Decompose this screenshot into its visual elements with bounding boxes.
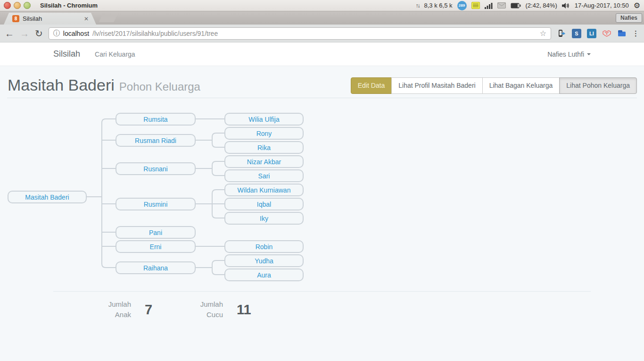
back-button[interactable]: ← xyxy=(5,29,14,38)
page-title: Masitah BaderiPohon Keluarga xyxy=(8,76,200,94)
window-title: Silsilah - Chromium xyxy=(40,2,98,9)
tab-favicon-icon: 8 xyxy=(12,15,19,22)
site-info-icon[interactable]: ⓘ xyxy=(53,29,60,38)
navbar-brand[interactable]: Silsilah xyxy=(53,49,80,59)
mail-indicator-icon[interactable] xyxy=(497,2,506,8)
bookmark-star-icon[interactable]: ☆ xyxy=(540,29,546,38)
tree-node[interactable]: Rumsita xyxy=(116,113,196,126)
url-host: localhost xyxy=(63,30,89,37)
lihat-profil-button[interactable]: Lihat Profil Masitah Baderi xyxy=(391,77,482,94)
stat-label: Anak xyxy=(53,310,131,320)
heading-divider xyxy=(7,98,637,98)
tree-node[interactable]: Pani xyxy=(116,226,196,239)
tree-node[interactable]: Rusmini xyxy=(116,198,196,210)
volume-icon[interactable] xyxy=(562,2,570,9)
browser-toolbar: ← → ↻ ⓘ localhost /lv/riset/2017/silsila… xyxy=(0,25,644,42)
forward-button[interactable]: → xyxy=(20,29,29,38)
session-gear-icon[interactable]: ⚙ xyxy=(634,2,640,9)
tree-node[interactable]: Rika xyxy=(224,141,304,154)
stat-jumlah-cucu: Jumlah Cucu 11 xyxy=(145,299,251,320)
browser-menu-icon[interactable]: ⋮ xyxy=(632,29,639,38)
url-path: /lv/riset/2017/silsilahku/public/users/9… xyxy=(92,30,537,37)
tab-title: Silsilah xyxy=(23,15,81,22)
li-extension-icon[interactable]: LI xyxy=(587,29,596,38)
tree-node[interactable]: Iqbal xyxy=(224,198,304,210)
laravel-extension-icon[interactable] xyxy=(602,29,611,38)
tree-node[interactable]: Sari xyxy=(224,169,304,182)
tree-node[interactable]: Rusman Riadi xyxy=(116,134,196,147)
tree-node[interactable]: Rony xyxy=(224,127,304,140)
stats-divider xyxy=(53,291,591,292)
tree-node[interactable]: Wildan Kurniawan xyxy=(224,184,304,196)
action-button-group: Edit Data Lihat Profil Masitah Baderi Li… xyxy=(351,77,637,94)
window-minimize-button[interactable] xyxy=(14,2,21,9)
tab-close-icon[interactable]: ✕ xyxy=(84,16,89,22)
new-tab-button[interactable] xyxy=(99,15,117,22)
stat-jumlah-anak: Jumlah Anak 7 xyxy=(53,299,152,320)
edit-data-button[interactable]: Edit Data xyxy=(351,77,392,94)
network-rate: 8,3 k 6,5 k xyxy=(424,2,453,9)
lihat-bagan-button[interactable]: Lihat Bagan Keluarga xyxy=(482,77,560,94)
browser-tab[interactable]: 8 Silsilah ✕ xyxy=(4,13,96,25)
indicator-badge-icon[interactable]: 289 xyxy=(457,1,467,10)
tree-node[interactable]: Rusnani xyxy=(116,162,196,175)
address-bar[interactable]: ⓘ localhost /lv/riset/2017/silsilahku/pu… xyxy=(49,27,551,40)
navbar-user-dropdown[interactable]: Nafies Luthfi xyxy=(547,50,591,58)
reload-button[interactable]: ↻ xyxy=(35,29,43,38)
stat-label: Jumlah xyxy=(145,299,223,310)
stat-value-cucu: 11 xyxy=(237,302,251,318)
tree-node[interactable]: Aura xyxy=(224,269,304,281)
person-name: Masitah Baderi xyxy=(8,76,115,94)
window-maximize-button[interactable] xyxy=(24,2,31,9)
s-extension-icon[interactable]: S xyxy=(572,29,581,38)
network-updown-icon: ↑↓ xyxy=(416,2,420,9)
clock[interactable]: 17-Aug-2017, 10:50 xyxy=(575,2,629,9)
tree-node[interactable]: Masitah Baderi xyxy=(8,191,87,203)
tree-node[interactable]: Iky xyxy=(224,212,304,225)
desktop-top-panel: Silsilah - Chromium ↑↓ 8,3 k 6,5 k 289 (… xyxy=(0,0,644,11)
notes-indicator-icon[interactable] xyxy=(471,2,480,9)
battery-icon[interactable] xyxy=(511,3,521,8)
app-navbar: Silsilah Cari Keluarga Nafies Luthfi xyxy=(0,42,644,66)
tree-node[interactable]: Erni xyxy=(116,240,196,253)
battery-status[interactable]: (2:42, 84%) xyxy=(526,2,557,9)
send-to-device-extension-icon[interactable] xyxy=(557,29,566,38)
stat-label: Jumlah xyxy=(53,299,131,310)
navbar-item-cari-keluarga[interactable]: Cari Keluarga xyxy=(95,50,135,58)
chevron-down-icon xyxy=(587,53,591,55)
window-controls xyxy=(4,2,31,9)
lihat-pohon-button[interactable]: Lihat Pohon Keluarga xyxy=(559,77,637,94)
tree-node[interactable]: Robin xyxy=(224,240,304,253)
tree-node[interactable]: Yudha xyxy=(224,254,304,267)
navbar-user-name: Nafies Luthfi xyxy=(547,50,584,58)
session-name-tooltip: Nafies xyxy=(616,13,642,23)
window-close-button[interactable] xyxy=(4,2,11,9)
tree-node[interactable]: Raihana xyxy=(116,261,196,274)
page-subtitle: Pohon Keluarga xyxy=(119,80,200,93)
blue-box-extension-icon[interactable] xyxy=(617,29,627,38)
signal-bars-icon[interactable] xyxy=(485,2,493,9)
tree-node[interactable]: Wilia Ulfija xyxy=(224,113,304,126)
browser-tab-strip: 8 Silsilah ✕ Nafies xyxy=(0,11,644,25)
tree-node[interactable]: Nizar Akbar xyxy=(224,155,304,168)
system-tray: ↑↓ 8,3 k 6,5 k 289 (2:42, 84%) 17-Aug-20… xyxy=(416,1,640,10)
stat-label: Cucu xyxy=(145,310,223,320)
